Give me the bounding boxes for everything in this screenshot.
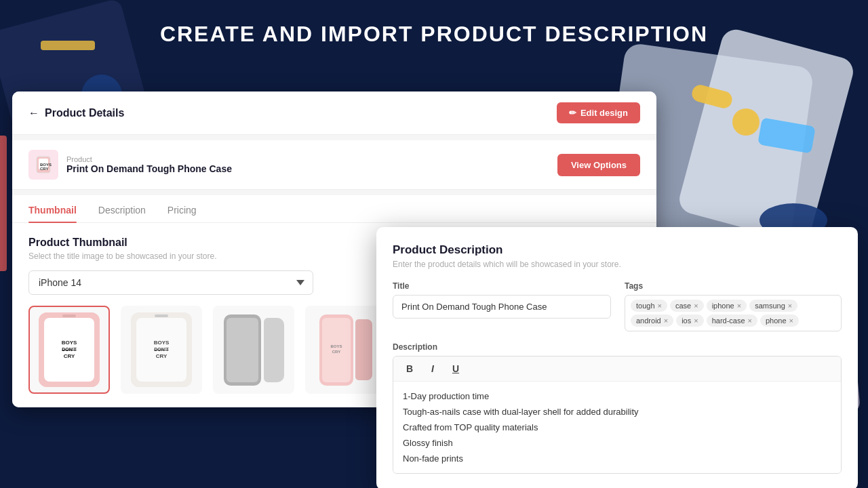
phone-image-1[interactable]: BOYS DON'T CRY [28,306,110,394]
product-info-left: BOYS CRY Product Print On Demand Tough P… [28,150,232,180]
tag-case-remove[interactable]: × [694,302,698,310]
product-name: Print On Demand Tough Phone Case [66,163,232,174]
tag-android: android × [631,314,673,327]
phone-image-2[interactable]: BOYS DON'T CRY [121,306,202,394]
tag-tough-label: tough [636,302,655,310]
tag-phone-label: phone [766,317,787,325]
tag-samsung-remove[interactable]: × [788,302,792,310]
tag-samsung-label: samsung [755,302,785,310]
tag-ios-label: ios [682,317,691,325]
phone-image-4[interactable]: BOYSCRY [305,306,387,394]
desc-line-3: Crafted from TOP quality materials [403,420,831,435]
tag-android-label: android [636,317,661,325]
desc-line-4: Glossy finish [403,435,831,451]
tag-phone: phone × [760,314,799,327]
edit-design-label: Edit design [580,108,628,118]
desc-line-5: Non-fade prints [403,451,831,466]
card-header: ← Product Details ✏ Edit design [12,92,656,135]
tag-samsung: samsung × [749,300,797,312]
editor-content: 1-Day production time Tough-as-nails cas… [393,382,841,473]
tab-description[interactable]: Description [98,195,146,222]
description-editor[interactable]: B I U 1-Day production time Tough-as-nai… [393,356,842,474]
tag-case: case × [670,300,704,312]
phone-case-gray-side [224,314,284,386]
tabs-bar: Thumbnail Description Pricing [12,195,656,223]
edit-design-button[interactable]: ✏ Edit design [557,102,640,123]
title-tags-row: Title Tags tough × case × iphone × sa [393,281,842,331]
edit-icon: ✏ [569,108,576,118]
description-field-area: Description B I U 1-Day production time … [393,342,842,474]
product-info-text: Product Print On Demand Tough Phone Case [66,155,232,174]
desc-line-1: 1-Day production time [403,388,831,404]
description-card-title: Product Description [393,243,842,257]
desc-line-2: Tough-as-nails case with dual-layer shel… [403,404,831,420]
back-button[interactable]: ← Product Details [28,107,124,119]
tags-field-label: Tags [625,281,842,291]
tag-iphone: iphone × [707,300,747,312]
title-input[interactable] [393,295,611,319]
tag-hardcase-remove[interactable]: × [748,317,752,325]
title-field-label: Title [393,281,611,291]
tag-iphone-remove[interactable]: × [737,302,741,310]
tag-android-remove[interactable]: × [664,317,668,325]
tag-ios-remove[interactable]: × [694,317,698,325]
tag-tough: tough × [631,300,667,312]
description-label: Description [393,342,842,352]
underline-button[interactable]: U [448,361,464,377]
back-arrow-icon: ← [28,107,39,119]
tags-container[interactable]: tough × case × iphone × samsung × androi… [625,295,842,331]
tab-pricing[interactable]: Pricing [167,195,197,222]
product-details-heading: Product Details [45,107,124,119]
title-field-col: Title [393,281,611,331]
tag-tough-remove[interactable]: × [658,302,662,310]
phone-case-pink-front: BOYS DON'T CRY [39,312,100,387]
phone-case-pink-side: BOYSCRY [319,314,372,386]
product-description-card: Product Description Enter the product de… [376,227,858,488]
bold-button[interactable]: B [401,361,418,377]
tag-ios: ios × [676,314,704,327]
view-options-button[interactable]: View Options [557,154,640,176]
tag-hardcase: hard-case × [707,314,757,327]
editor-toolbar: B I U [393,357,841,382]
tag-hardcase-label: hard-case [712,317,745,325]
tab-thumbnail[interactable]: Thumbnail [28,195,77,222]
product-info-bar: BOYS CRY Product Print On Demand Tough P… [12,140,656,190]
italic-button[interactable]: I [425,361,441,377]
page-title: CREATE AND IMPORT PRODUCT DESCRIPTION [0,22,868,47]
phone-image-3[interactable] [213,306,294,394]
product-thumbnail-icon: BOYS CRY [28,150,58,180]
tag-iphone-label: iphone [712,302,734,310]
product-label: Product [66,155,232,163]
description-card-subtitle: Enter the product details which will be … [393,260,842,269]
tag-phone-remove[interactable]: × [789,317,793,325]
phone-case-light: BOYS DON'T CRY [131,312,192,387]
model-select[interactable]: iPhone 14 iPhone 13 iPhone 15 Samsung Ga… [28,270,313,295]
svg-text:CRY: CRY [40,167,48,171]
tags-field-col: Tags tough × case × iphone × samsung × [625,281,842,331]
tag-case-label: case [675,302,691,310]
